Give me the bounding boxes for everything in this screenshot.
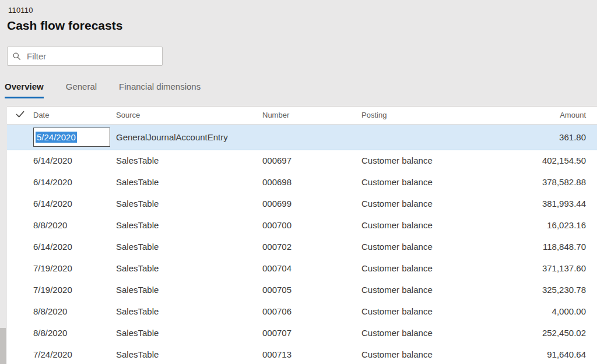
row-select-cell[interactable] — [7, 214, 33, 236]
number-cell[interactable] — [262, 124, 361, 150]
posting-cell[interactable]: Customer balance — [361, 301, 475, 322]
record-id: 110110 — [8, 6, 33, 15]
filter-box[interactable] — [7, 47, 163, 66]
source-cell[interactable]: SalesTable — [116, 193, 262, 214]
posting-cell[interactable]: Customer balance — [361, 279, 475, 301]
table-row-selected[interactable]: 5/24/2020 GeneralJournalAccountEntry 361… — [7, 124, 597, 150]
posting-cell[interactable]: Customer balance — [361, 150, 475, 171]
row-select-cell[interactable] — [7, 150, 33, 171]
date-cell[interactable]: 6/14/2020 — [33, 236, 116, 257]
amount-cell[interactable]: 371,137.60 — [475, 257, 597, 279]
number-cell[interactable]: 000702 — [262, 236, 361, 257]
amount-cell[interactable]: 325,230.78 — [475, 279, 597, 301]
selected-text: 5/24/2020 — [36, 132, 77, 143]
number-cell[interactable]: 000699 — [262, 193, 361, 214]
posting-cell[interactable]: Customer balance — [361, 214, 475, 236]
table-row[interactable]: 7/24/2020 SalesTable 000713 Customer bal… — [7, 344, 597, 364]
grid-header-row: Date Source Number Posting Amount — [7, 107, 597, 124]
source-cell[interactable]: SalesTable — [116, 150, 262, 171]
row-select-cell[interactable] — [7, 257, 33, 279]
number-cell[interactable]: 000704 — [262, 257, 361, 279]
tab-financial-dimensions[interactable]: Financial dimensions — [119, 82, 201, 98]
amount-cell[interactable]: 252,450.02 — [475, 322, 597, 344]
cash-flow-grid: Date Source Number Posting Amount 5/24/2… — [7, 106, 597, 364]
table-row[interactable]: 7/19/2020 SalesTable 000704 Customer bal… — [7, 257, 597, 279]
source-cell[interactable]: SalesTable — [116, 257, 262, 279]
source-cell[interactable]: SalesTable — [116, 214, 262, 236]
posting-cell[interactable]: Customer balance — [361, 171, 475, 193]
posting-cell[interactable]: Customer balance — [361, 193, 475, 214]
posting-cell[interactable]: Customer balance — [361, 236, 475, 257]
date-cell[interactable]: 7/24/2020 — [33, 344, 116, 364]
number-cell[interactable]: 000700 — [262, 214, 361, 236]
amount-cell[interactable]: 378,582.88 — [475, 171, 597, 193]
page-title: Cash flow forecasts — [7, 19, 122, 33]
column-header-source[interactable]: Source — [116, 107, 262, 124]
row-select-cell[interactable] — [7, 124, 33, 150]
date-cell[interactable]: 7/19/2020 — [33, 257, 116, 279]
number-cell[interactable]: 000698 — [262, 171, 361, 193]
source-cell[interactable]: SalesTable — [116, 236, 262, 257]
source-cell[interactable]: SalesTable — [116, 279, 262, 301]
number-cell[interactable]: 000697 — [262, 150, 361, 171]
posting-cell[interactable]: Customer balance — [361, 344, 475, 364]
amount-cell[interactable]: 118,848.70 — [475, 236, 597, 257]
row-select-cell[interactable] — [7, 322, 33, 344]
amount-cell[interactable]: 91,640.64 — [475, 344, 597, 364]
left-scrollbar-track — [0, 106, 6, 364]
date-cell-input[interactable]: 5/24/2020 — [33, 128, 110, 147]
posting-cell[interactable]: Customer balance — [361, 322, 475, 344]
number-cell[interactable]: 000706 — [262, 301, 361, 322]
column-header-date[interactable]: Date — [33, 107, 116, 124]
table-row[interactable]: 8/8/2020 SalesTable 000707 Customer bala… — [7, 322, 597, 344]
table-row[interactable]: 8/8/2020 SalesTable 000706 Customer bala… — [7, 301, 597, 322]
date-cell[interactable]: 6/14/2020 — [33, 171, 116, 193]
date-cell[interactable]: 8/8/2020 — [33, 322, 116, 344]
row-select-cell[interactable] — [7, 344, 33, 364]
table-row[interactable]: 6/14/2020 SalesTable 000698 Customer bal… — [7, 171, 597, 193]
date-cell[interactable]: 6/14/2020 — [33, 150, 116, 171]
amount-cell[interactable]: 402,154.50 — [475, 150, 597, 171]
table-row[interactable]: 8/8/2020 SalesTable 000700 Customer bala… — [7, 214, 597, 236]
amount-cell[interactable]: 16,023.16 — [475, 214, 597, 236]
posting-cell[interactable] — [361, 124, 475, 150]
source-cell[interactable]: SalesTable — [116, 322, 262, 344]
column-header-posting[interactable]: Posting — [361, 107, 475, 124]
row-select-cell[interactable] — [7, 171, 33, 193]
source-cell[interactable]: SalesTable — [116, 301, 262, 322]
table-row[interactable]: 6/14/2020 SalesTable 000697 Customer bal… — [7, 150, 597, 171]
tab-overview[interactable]: Overview — [5, 82, 44, 98]
date-cell[interactable]: 8/8/2020 — [33, 214, 116, 236]
table-row[interactable]: 6/14/2020 SalesTable 000699 Customer bal… — [7, 193, 597, 214]
date-cell[interactable]: 8/8/2020 — [33, 301, 116, 322]
tab-bar: Overview General Financial dimensions — [5, 82, 223, 98]
column-header-amount[interactable]: Amount — [475, 107, 597, 124]
date-cell-editing[interactable]: 5/24/2020 — [33, 124, 116, 150]
date-cell[interactable]: 6/14/2020 — [33, 193, 116, 214]
table-row[interactable]: 7/19/2020 SalesTable 000705 Customer bal… — [7, 279, 597, 301]
filter-input[interactable] — [26, 51, 157, 62]
left-scrollbar-thumb[interactable] — [0, 328, 6, 364]
cash-flow-table: Date Source Number Posting Amount 5/24/2… — [7, 107, 597, 364]
number-cell[interactable]: 000707 — [262, 322, 361, 344]
search-icon — [12, 52, 21, 61]
column-header-number[interactable]: Number — [262, 107, 361, 124]
number-cell[interactable]: 000705 — [262, 279, 361, 301]
row-select-cell[interactable] — [7, 236, 33, 257]
amount-cell[interactable]: 361.80 — [475, 124, 597, 150]
tab-general[interactable]: General — [66, 82, 97, 98]
select-all-checkmark-icon[interactable] — [7, 107, 33, 124]
source-cell[interactable]: GeneralJournalAccountEntry — [116, 124, 262, 150]
source-cell[interactable]: SalesTable — [116, 171, 262, 193]
row-select-cell[interactable] — [7, 301, 33, 322]
date-cell[interactable]: 7/19/2020 — [33, 279, 116, 301]
source-cell[interactable]: SalesTable — [116, 344, 262, 364]
table-row[interactable]: 6/14/2020 SalesTable 000702 Customer bal… — [7, 236, 597, 257]
number-cell[interactable]: 000713 — [262, 344, 361, 364]
row-select-cell[interactable] — [7, 279, 33, 301]
posting-cell[interactable]: Customer balance — [361, 257, 475, 279]
amount-cell[interactable]: 381,993.44 — [475, 193, 597, 214]
row-select-cell[interactable] — [7, 193, 33, 214]
amount-cell[interactable]: 4,000.00 — [475, 301, 597, 322]
